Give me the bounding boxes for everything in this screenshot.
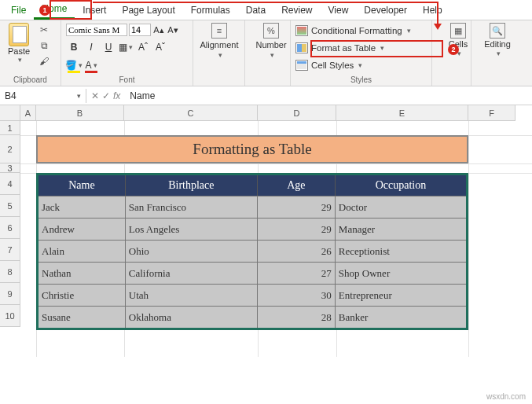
cells-icon: ▦ — [450, 23, 466, 39]
col-header-occ[interactable]: Occupation — [336, 175, 466, 196]
cell[interactable]: Ohio — [126, 240, 258, 262]
copy-button[interactable]: ⧉ — [36, 39, 52, 53]
cell[interactable]: Christie — [39, 284, 126, 306]
format-painter-button[interactable]: 🖌 — [36, 54, 52, 68]
row-header[interactable]: 9 — [0, 283, 20, 305]
cells-group-spacer — [437, 75, 466, 86]
tab-view[interactable]: View — [321, 2, 357, 19]
editing-icon: 🔍 — [490, 23, 505, 39]
tab-review[interactable]: Review — [273, 2, 320, 19]
enter-formula-button[interactable]: ✓ — [102, 90, 110, 101]
cell-styles-button[interactable]: Cell Styles▾ — [295, 57, 427, 73]
editing-group-spacer — [476, 75, 509, 86]
bold-button[interactable]: B — [66, 39, 82, 55]
increase-font-icon[interactable]: Aˆ — [135, 39, 151, 55]
title-cell[interactable]: Formatting as Table — [36, 135, 468, 163]
cell[interactable]: Los Angeles — [126, 218, 258, 240]
cell[interactable]: California — [126, 262, 258, 284]
select-all-corner[interactable] — [0, 105, 20, 121]
row-header[interactable]: 4 — [0, 173, 20, 195]
row-header[interactable]: 5 — [0, 195, 20, 217]
table-row[interactable]: Jack San Francisco 29 Doctor — [39, 196, 466, 218]
number-button[interactable]: % Number ▾ — [250, 23, 292, 59]
cell[interactable]: 26 — [258, 240, 336, 262]
tab-page-layout[interactable]: Page Layout — [114, 2, 182, 19]
col-header[interactable]: A — [20, 105, 36, 121]
paste-label: Paste — [8, 46, 30, 56]
cell[interactable]: 27 — [258, 262, 336, 284]
italic-button[interactable]: I — [83, 39, 99, 55]
cell[interactable]: Doctor — [336, 196, 466, 218]
col-header-birth[interactable]: Birthplace — [126, 175, 258, 196]
table-row[interactable]: Nathan California 27 Shop Owner — [39, 262, 466, 284]
callout-badge-1: 1 — [39, 5, 50, 16]
paste-button[interactable]: Paste ▾ — [5, 23, 33, 68]
chevron-down-icon: ▾ — [497, 50, 501, 57]
row-header[interactable]: 7 — [0, 239, 20, 261]
row-header[interactable]: 1 — [0, 121, 20, 135]
font-size-select[interactable] — [129, 24, 151, 36]
cell[interactable]: 28 — [258, 306, 336, 328]
cell[interactable]: Utah — [126, 284, 258, 306]
col-header[interactable]: C — [124, 105, 258, 121]
col-header[interactable]: E — [336, 105, 468, 121]
border-button[interactable]: ▦▾ — [118, 39, 134, 55]
col-header[interactable]: F — [468, 105, 515, 121]
font-color-button[interactable]: A▾ — [83, 57, 99, 73]
cell[interactable]: Manager — [336, 218, 466, 240]
table-row[interactable]: Susane Oklahoma 28 Banker — [39, 306, 466, 328]
cell-styles-label: Cell Styles — [311, 61, 354, 70]
cell[interactable]: 30 — [258, 284, 336, 306]
cell[interactable]: Entrepreneur — [336, 284, 466, 306]
increase-font-button[interactable]: A▴ — [152, 23, 165, 37]
fill-color-button[interactable]: 🪣▾ — [66, 57, 82, 73]
col-header[interactable]: D — [258, 105, 336, 121]
cell[interactable]: 29 — [258, 218, 336, 240]
cell[interactable]: Oklahoma — [126, 306, 258, 328]
cell[interactable]: 29 — [258, 196, 336, 218]
row-header[interactable]: 2 — [0, 135, 20, 163]
decrease-font-icon[interactable]: Aˇ — [152, 39, 168, 55]
cell[interactable]: Receptionist — [336, 240, 466, 262]
name-box[interactable]: B4 ▾ — [0, 89, 86, 103]
cells-area[interactable]: Formatting as Table Name Birthplace Age … — [20, 121, 532, 357]
group-cells: ▦ Cells ▾ — [432, 20, 471, 86]
row-header[interactable]: 10 — [0, 305, 20, 327]
tab-formulas[interactable]: Formulas — [183, 2, 238, 19]
editing-button[interactable]: 🔍 Editing ▾ — [476, 23, 519, 57]
tab-file[interactable]: File — [3, 2, 34, 19]
tab-developer[interactable]: Developer — [356, 2, 415, 19]
decrease-font-button[interactable]: A▾ — [167, 23, 179, 37]
formula-bar[interactable]: Name — [125, 89, 532, 103]
cell[interactable]: Jack — [39, 196, 126, 218]
cell[interactable]: Nathan — [39, 262, 126, 284]
fx-button[interactable]: fx — [113, 90, 120, 101]
font-name-select[interactable] — [66, 24, 127, 36]
grid[interactable]: A B C D E F Formatting as Table Name Bi — [20, 105, 532, 357]
row-header[interactable]: 6 — [0, 217, 20, 239]
data-table[interactable]: Name Birthplace Age Occupation Jack San … — [36, 173, 468, 330]
underline-button[interactable]: U — [101, 39, 116, 55]
tab-insert[interactable]: Insert — [75, 2, 114, 19]
cell[interactable]: Alain — [39, 240, 126, 262]
tab-help[interactable]: Help — [415, 2, 450, 19]
row-header[interactable]: 8 — [0, 261, 20, 283]
cell[interactable]: San Francisco — [126, 196, 258, 218]
row-header[interactable]: 3 — [0, 163, 20, 173]
col-header-name[interactable]: Name — [39, 175, 126, 196]
cell[interactable]: Shop Owner — [336, 262, 466, 284]
cell[interactable]: Banker — [336, 306, 466, 328]
alignment-button[interactable]: ≡ Alignment ▾ — [198, 23, 240, 59]
cancel-formula-button[interactable]: ✕ — [91, 90, 99, 101]
table-row[interactable]: Alain Ohio 26 Receptionist — [39, 240, 466, 262]
table-row[interactable]: Andrew Los Angeles 29 Manager — [39, 218, 466, 240]
col-header[interactable]: B — [36, 105, 124, 121]
table-row[interactable]: Christie Utah 30 Entrepreneur — [39, 284, 466, 306]
tab-data[interactable]: Data — [238, 2, 273, 19]
format-as-table-button[interactable]: Format as Table▾ — [295, 40, 427, 56]
col-header-age[interactable]: Age — [258, 175, 336, 196]
cell[interactable]: Susane — [39, 306, 126, 328]
cut-button[interactable]: ✂ — [36, 23, 52, 37]
cell[interactable]: Andrew — [39, 218, 126, 240]
conditional-formatting-button[interactable]: Conditional Formatting▾ — [295, 23, 427, 39]
